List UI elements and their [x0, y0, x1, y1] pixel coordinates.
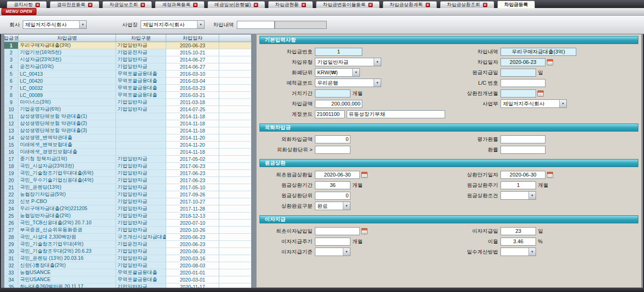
chevron-down-icon[interactable]: ▼ [559, 100, 566, 107]
calendar-icon[interactable] [547, 59, 553, 65]
table-row[interactable]: 33농협USANCE무역포괄금융대출2020-01-01 [4, 269, 251, 276]
tab-close-icon[interactable]: × [426, 3, 430, 7]
table-row[interactable]: 30국민_기술창조우대(2억) 20.6.23기업일반자금2020-06-23 [4, 248, 251, 255]
tab-close-icon[interactable]: × [483, 3, 487, 7]
table-row[interactable]: 7LC_00032무역포괄금융대출2016-03-23 [4, 85, 251, 92]
table-row[interactable]: 4운전자금(10억)기업일반자금2014-06-27 [4, 63, 251, 71]
table-row[interactable]: 15미래에셋_변액보험대출2014-11-20 [4, 142, 251, 149]
table-row[interactable]: 31국민_온렌딩 (13억) 20.03.16기업일반자금2020-03-16 [4, 255, 251, 262]
field-exchange-rate[interactable] [501, 146, 546, 154]
field-account-code-desc[interactable]: 유동성장기부채 [347, 110, 445, 118]
chevron-down-icon[interactable]: ▼ [528, 248, 536, 256]
table-row[interactable]: 10기업운영자금(6억)기업일반자금2014-07-25 [4, 106, 251, 113]
field-currency-select[interactable]: KRW(₩)▼ [315, 68, 360, 77]
table-row[interactable]: 16미래에셋_경영인보험대출2014-11-18 [4, 149, 251, 156]
table-row[interactable]: 18국민_시설자금(23억3천)기업일반자금2017-06-23 [4, 163, 251, 170]
calendar-icon[interactable] [361, 228, 367, 234]
field-business-unit-select[interactable]: 제일저지주식회사▼ [501, 99, 567, 108]
field-loan-detail-name[interactable]: 우리구매자금대출(3억) [501, 48, 576, 56]
chevron-down-icon[interactable]: ▼ [374, 58, 381, 66]
field-account-code[interactable]: 21001100 [315, 110, 345, 118]
field-first-principal-repay-date[interactable]: 2020-06-30 [315, 171, 360, 179]
chevron-down-icon[interactable]: ▼ [528, 192, 536, 199]
field-repay-start-month[interactable] [501, 89, 536, 97]
field-loan-amount[interactable]: 200,000,000 [315, 100, 362, 108]
table-row[interactable]: 8LC_00089무역포괄금융대출2016-03-21 [4, 92, 251, 99]
calendar-icon[interactable] [547, 172, 553, 178]
tab-close-icon[interactable]: × [193, 3, 197, 7]
field-grace-period[interactable] [315, 89, 350, 97]
field-fx-loan-amount[interactable]: 0 [315, 135, 350, 143]
table-row[interactable]: 13삼성생명단체보험 약관대출(3)2014-11-18 [4, 127, 251, 134]
table-row[interactable]: 25농협일반자금대출(2억)기업일반자금2018-12-13 [4, 212, 251, 220]
tab-close-icon[interactable]: × [368, 3, 373, 7]
field-principal-pay-day[interactable] [501, 69, 536, 77]
table-row[interactable]: 9마이너스(3억)기업일반자금2011-03-18 [4, 99, 251, 106]
table-row[interactable]: 22농협장기차입금(5억)기업일반자금2017-09-26 [4, 191, 251, 198]
field-interest-basis-select[interactable]: ▼ [315, 248, 350, 256]
table-row[interactable]: 20국민_우수기술기업신용대출(4억)기업일반자금2017-06-23 [4, 177, 251, 184]
tab-item-9[interactable]: 차입금등록 [497, 0, 535, 8]
table-row[interactable]: 2기업기보(16억5천)기업운전자금2015-10-21 [4, 49, 251, 56]
table-row[interactable]: 29국민_기술창조기업우대(4억)기업운전자금2020-06-23 [4, 241, 251, 248]
field-principal-repay-cycle[interactable]: 1 [501, 181, 536, 189]
tab-item-5[interactable]: 차입금현황× [268, 1, 313, 8]
table-row[interactable]: 34국민USANCE무역포괄금융대출2020-03-01 [4, 276, 251, 283]
table-row[interactable]: 5LC_00413무역포괄금융대출2016-03-10 [4, 71, 251, 78]
table-row[interactable]: 24우리구매자금대출(2억)221205기업일반자금2017-11-28 [4, 205, 251, 212]
loan-detail-search-input[interactable] [237, 21, 275, 29]
tab-close-icon[interactable]: × [36, 3, 40, 7]
chevron-down-icon[interactable]: ▼ [352, 69, 359, 76]
field-interest-rate[interactable]: 3.46 [501, 238, 536, 246]
field-principal-repay-condition-select[interactable]: ▼ [501, 191, 536, 200]
tab-close-icon[interactable]: × [302, 3, 306, 7]
table-row[interactable]: 6LC_00420무역포괄금융대출2016-03-04 [4, 78, 251, 85]
table-row[interactable]: 3시설자금(23억3천)기업일반자금2014-06-27 [4, 56, 251, 63]
field-lc-number[interactable] [501, 79, 546, 87]
tab-item-1[interactable]: 결의전표등록× [50, 1, 99, 8]
table-row[interactable]: 27부국증권_선순위유동화증권기업일반자금2020-10-26 [4, 227, 251, 234]
field-loan-date[interactable]: 2020-06-23 [501, 58, 546, 66]
field-loan-type-select[interactable]: 기업일반자금▼ [315, 58, 381, 66]
calendar-icon[interactable] [361, 172, 367, 178]
table-row[interactable]: 17중기청 정책자금(1억)기업일반자금2017-05-02 [4, 156, 251, 163]
tab-item-3[interactable]: 계정과목등록× [155, 1, 205, 8]
field-first-interest-pay-date[interactable] [315, 227, 360, 235]
field-valuation-exchange-rate[interactable] [501, 135, 546, 143]
table-row[interactable]: 11삼성생명단체보험 약관대출(1)2014-11-18 [4, 113, 251, 120]
field-repay-complete-select[interactable]: 완료▼ [315, 202, 350, 210]
tab-item-6[interactable]: 차입금변동이율등록× [316, 1, 380, 8]
chevron-down-icon[interactable]: ▼ [343, 248, 350, 256]
chevron-down-icon[interactable]: ▼ [374, 79, 381, 87]
company-select[interactable]: 제일저지주식회사 ▼ [23, 20, 87, 29]
chevron-down-icon[interactable]: ▼ [79, 21, 86, 28]
field-principal-repay-unit[interactable]: 0 [315, 192, 350, 200]
table-row[interactable]: 21국민_온렌딩(13억)기업일반자금2017-05-10 [4, 184, 251, 191]
table-row[interactable]: 12삼성생명단체보험 약관대출(2)2014-11-18 [4, 120, 251, 127]
field-maturity-date[interactable]: 2020-06-30 [501, 171, 546, 179]
field-day-count-method-select[interactable]: ▼ [501, 248, 536, 256]
loan-detail-search-input-secondary[interactable] [275, 21, 327, 29]
tab-close-icon[interactable]: × [141, 3, 145, 7]
field-deposit-code-select[interactable]: 우리은행▼ [315, 79, 381, 87]
table-row[interactable]: 19국민_기술창조기업우대대출(6억)기업일반자금2017-06-23 [4, 170, 251, 177]
tab-item-8[interactable]: 차입금상환조회× [440, 1, 494, 8]
site-select[interactable]: 제일저지주식회사 ▼ [141, 20, 205, 29]
tab-item-7[interactable]: 차입금상환계획× [383, 1, 437, 8]
field-principal-repay-period[interactable]: 36 [315, 181, 350, 189]
table-row[interactable]: 32신한(-)통장대출(2억)기업일반자금2020-08-03 [4, 262, 251, 269]
tab-item-2[interactable]: 자금일보조회× [102, 1, 152, 8]
field-loan-number[interactable]: 1 [315, 48, 362, 56]
table-row[interactable]: 26국민_TCB신용대출(2억) 20.7.10기업일반자금2020-07-10 [4, 220, 251, 227]
chevron-down-icon[interactable]: ▼ [343, 202, 350, 210]
menu-open-button[interactable]: MENU OPEN [1, 8, 36, 15]
table-row[interactable]: 14삼성생명_변액약관대출2014-11-20 [4, 134, 251, 142]
calendar-icon[interactable] [537, 90, 544, 97]
table-row[interactable]: 28국민_시설대 2,330백만원구조개선시설자금대출2020-06-23 [4, 234, 251, 241]
field-fx-repay-unit[interactable] [315, 146, 350, 154]
tab-close-icon[interactable]: × [254, 3, 258, 7]
table-row[interactable]: 1우리구매자금대출(3억)기업일반자금2020-06-23 [4, 42, 251, 49]
field-interest-pay-cycle[interactable] [315, 238, 350, 246]
field-interest-pay-day[interactable]: 23 [501, 227, 536, 235]
tab-close-icon[interactable]: × [88, 3, 92, 7]
